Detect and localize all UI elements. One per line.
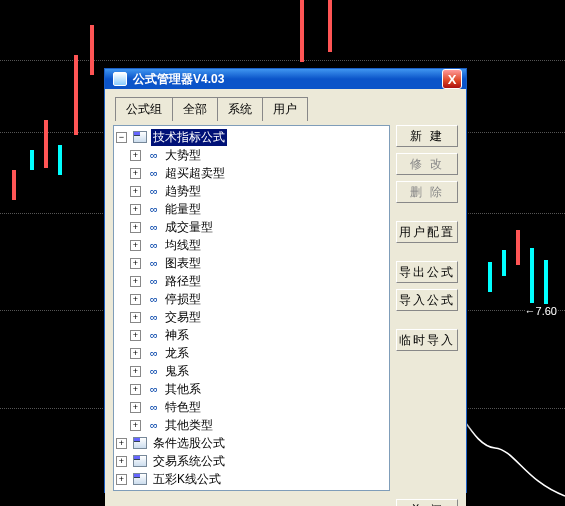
tree-node[interactable]: +∞其他系 bbox=[116, 380, 387, 398]
close-button[interactable]: 关 闭 bbox=[396, 499, 458, 506]
tab-user[interactable]: 用户 bbox=[262, 97, 308, 121]
infinity-icon: ∞ bbox=[147, 239, 161, 251]
tree-node[interactable]: +条件选股公式 bbox=[116, 434, 387, 452]
infinity-icon: ∞ bbox=[147, 203, 161, 215]
expand-icon[interactable]: + bbox=[130, 330, 141, 341]
delete-button[interactable]: 删 除 bbox=[396, 181, 458, 203]
infinity-icon: ∞ bbox=[147, 311, 161, 323]
infinity-icon: ∞ bbox=[147, 383, 161, 395]
tab-formula-group[interactable]: 公式组 bbox=[115, 97, 173, 121]
tree-node[interactable]: +∞图表型 bbox=[116, 254, 387, 272]
tree-node[interactable]: − 技术指标公式 bbox=[116, 128, 387, 146]
infinity-icon: ∞ bbox=[147, 275, 161, 287]
expand-icon[interactable]: + bbox=[130, 258, 141, 269]
infinity-icon: ∞ bbox=[147, 347, 161, 359]
tree-node[interactable]: +∞成交量型 bbox=[116, 218, 387, 236]
close-icon[interactable]: X bbox=[442, 69, 462, 89]
infinity-icon: ∞ bbox=[147, 167, 161, 179]
expand-icon[interactable]: + bbox=[130, 186, 141, 197]
infinity-icon: ∞ bbox=[147, 185, 161, 197]
tree-node[interactable]: +∞趋势型 bbox=[116, 182, 387, 200]
infinity-icon: ∞ bbox=[147, 329, 161, 341]
formula-tree[interactable]: − 技术指标公式 +∞大势型 +∞超买超卖型 +∞趋势型 +∞能量型 +∞成交量… bbox=[113, 125, 390, 491]
dialog-title: 公式管理器V4.03 bbox=[133, 71, 442, 88]
infinity-icon: ∞ bbox=[147, 401, 161, 413]
new-button[interactable]: 新 建 bbox=[396, 125, 458, 147]
tree-node[interactable]: +∞能量型 bbox=[116, 200, 387, 218]
formula-manager-dialog: 公式管理器V4.03 X 公式组 全部 系统 用户 − 技术指标公式 bbox=[104, 68, 467, 493]
expand-icon[interactable]: + bbox=[130, 276, 141, 287]
expand-icon[interactable]: + bbox=[130, 240, 141, 251]
folder-icon bbox=[133, 455, 147, 467]
infinity-icon: ∞ bbox=[147, 221, 161, 233]
tab-system[interactable]: 系统 bbox=[217, 97, 263, 121]
expand-icon[interactable]: + bbox=[130, 402, 141, 413]
dialog-footer: 关 闭 bbox=[113, 495, 458, 506]
tree-node[interactable]: +交易系统公式 bbox=[116, 452, 387, 470]
price-label: ←7.60 bbox=[525, 305, 557, 317]
expand-icon[interactable]: + bbox=[130, 366, 141, 377]
expand-icon[interactable]: + bbox=[116, 438, 127, 449]
tree-node[interactable]: +∞其他类型 bbox=[116, 416, 387, 434]
import-button[interactable]: 导入公式 bbox=[396, 289, 458, 311]
infinity-icon: ∞ bbox=[147, 149, 161, 161]
expand-icon[interactable]: + bbox=[116, 474, 127, 485]
tree-node[interactable]: +∞停损型 bbox=[116, 290, 387, 308]
expand-icon[interactable]: + bbox=[130, 294, 141, 305]
tree-node[interactable]: +五彩K线公式 bbox=[116, 470, 387, 488]
expand-icon[interactable]: + bbox=[130, 384, 141, 395]
button-column: 新 建 修 改 删 除 用户配置 导出公式 导入公式 临时导入 bbox=[396, 125, 458, 491]
user-config-button[interactable]: 用户配置 bbox=[396, 221, 458, 243]
tree-node[interactable]: +∞神系 bbox=[116, 326, 387, 344]
infinity-icon: ∞ bbox=[147, 419, 161, 431]
folder-icon bbox=[133, 131, 147, 143]
expand-icon[interactable]: + bbox=[130, 348, 141, 359]
infinity-icon: ∞ bbox=[147, 293, 161, 305]
tree-node[interactable]: +∞交易型 bbox=[116, 308, 387, 326]
expand-icon[interactable]: + bbox=[130, 150, 141, 161]
expand-icon[interactable]: + bbox=[116, 456, 127, 467]
tree-node[interactable]: +∞均线型 bbox=[116, 236, 387, 254]
dialog-body: 公式组 全部 系统 用户 − 技术指标公式 +∞大势型 +∞超买超卖型 bbox=[105, 89, 466, 506]
infinity-icon: ∞ bbox=[147, 365, 161, 377]
tree-node[interactable]: +∞路径型 bbox=[116, 272, 387, 290]
tree-label[interactable]: 技术指标公式 bbox=[151, 129, 227, 146]
infinity-icon: ∞ bbox=[147, 257, 161, 269]
modify-button[interactable]: 修 改 bbox=[396, 153, 458, 175]
tab-bar: 公式组 全部 系统 用户 bbox=[113, 97, 458, 121]
folder-icon bbox=[133, 473, 147, 485]
tree-node[interactable]: +∞龙系 bbox=[116, 344, 387, 362]
expand-icon[interactable]: + bbox=[130, 312, 141, 323]
expand-icon[interactable]: + bbox=[130, 222, 141, 233]
titlebar[interactable]: 公式管理器V4.03 X bbox=[105, 69, 466, 89]
tree-node[interactable]: +∞超买超卖型 bbox=[116, 164, 387, 182]
temp-import-button[interactable]: 临时导入 bbox=[396, 329, 458, 351]
collapse-icon[interactable]: − bbox=[116, 132, 127, 143]
expand-icon[interactable]: + bbox=[130, 204, 141, 215]
expand-icon[interactable]: + bbox=[130, 168, 141, 179]
tree-node[interactable]: +∞特色型 bbox=[116, 398, 387, 416]
export-button[interactable]: 导出公式 bbox=[396, 261, 458, 283]
tab-all[interactable]: 全部 bbox=[172, 97, 218, 121]
app-icon bbox=[113, 72, 127, 86]
folder-icon bbox=[133, 437, 147, 449]
tree-node[interactable]: +∞鬼系 bbox=[116, 362, 387, 380]
tree-node[interactable]: +∞大势型 bbox=[116, 146, 387, 164]
expand-icon[interactable]: + bbox=[130, 420, 141, 431]
